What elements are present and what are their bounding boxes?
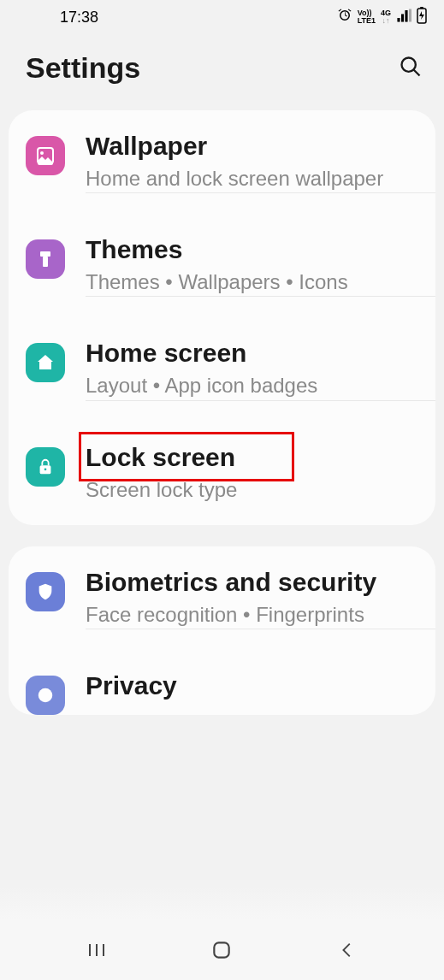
svg-point-5 xyxy=(40,151,44,155)
svg-point-9 xyxy=(44,468,47,470)
fade-overlay xyxy=(0,886,444,920)
svg-point-10 xyxy=(38,688,53,703)
settings-item-themes[interactable]: Themes Themes • Wallpapers • Icons xyxy=(9,214,435,317)
settings-item-wallpaper[interactable]: Wallpaper Home and lock screen wallpaper xyxy=(9,110,435,214)
item-title: Biometrics and security xyxy=(86,567,418,598)
settings-item-lock-screen[interactable]: Lock screen Screen lock type xyxy=(9,422,435,525)
item-subtitle: Home and lock screen wallpaper xyxy=(86,165,418,192)
home-icon xyxy=(26,343,65,382)
privacy-icon xyxy=(26,676,65,715)
header: Settings xyxy=(0,34,444,110)
wallpaper-icon xyxy=(26,136,65,175)
item-title: Lock screen xyxy=(86,442,418,473)
status-time: 17:38 xyxy=(60,9,98,27)
home-button[interactable] xyxy=(209,937,234,963)
settings-group-1: Wallpaper Home and lock screen wallpaper… xyxy=(9,110,435,525)
status-icons: Vo)) LTE1 4G ↓↑ xyxy=(337,7,427,28)
svg-point-2 xyxy=(402,57,416,71)
alarm-icon xyxy=(337,8,352,27)
shield-icon xyxy=(26,572,65,611)
settings-item-privacy[interactable]: Privacy xyxy=(9,650,435,715)
item-title: Home screen xyxy=(86,338,418,369)
item-title: Privacy xyxy=(86,670,418,701)
volte-indicator: Vo)) LTE1 xyxy=(358,9,376,25)
lock-icon xyxy=(26,447,65,487)
item-subtitle: Screen lock type xyxy=(86,476,418,503)
item-subtitle: Layout • App icon badges xyxy=(86,372,418,398)
battery-icon xyxy=(417,7,427,28)
item-subtitle: Face recognition • Fingerprints xyxy=(86,601,418,628)
status-bar: 17:38 Vo)) LTE1 4G ↓↑ xyxy=(0,0,444,34)
network-indicator: 4G ↓↑ xyxy=(381,9,391,25)
settings-group-2: Biometrics and security Face recognition… xyxy=(9,546,435,715)
navigation-bar xyxy=(0,920,444,980)
settings-item-biometrics[interactable]: Biometrics and security Face recognition… xyxy=(9,546,435,650)
item-title: Themes xyxy=(86,234,418,265)
item-title: Wallpaper xyxy=(86,131,418,162)
search-button[interactable] xyxy=(399,55,423,82)
themes-icon xyxy=(26,239,65,279)
recents-button[interactable] xyxy=(84,937,110,963)
back-button[interactable] xyxy=(334,937,360,963)
search-icon xyxy=(399,55,423,79)
page-title: Settings xyxy=(26,51,140,85)
svg-rect-7 xyxy=(43,257,48,267)
settings-item-home-screen[interactable]: Home screen Layout • App icon badges xyxy=(9,317,435,421)
item-subtitle: Themes • Wallpapers • Icons xyxy=(86,269,418,295)
signal-icon xyxy=(396,8,411,27)
svg-rect-6 xyxy=(40,251,50,257)
svg-line-3 xyxy=(414,69,420,75)
svg-rect-14 xyxy=(215,942,229,957)
svg-rect-1 xyxy=(420,7,423,9)
